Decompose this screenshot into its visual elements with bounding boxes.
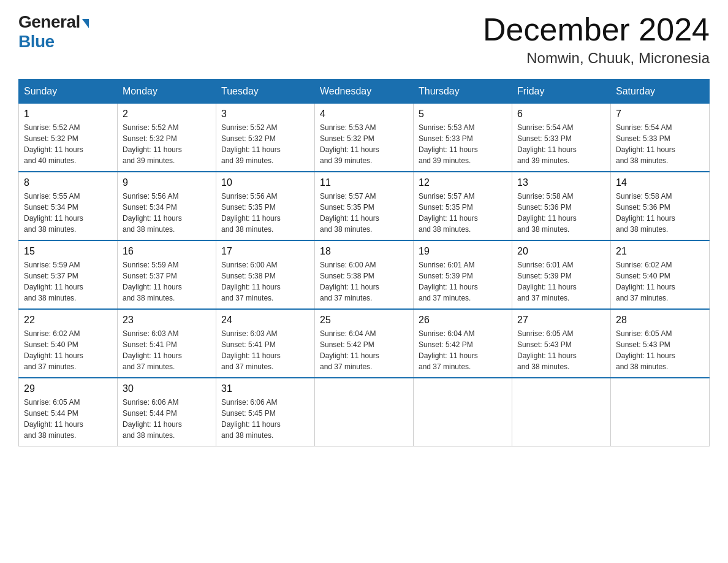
day-number: 10	[221, 177, 309, 188]
day-number: 27	[517, 315, 605, 326]
calendar-cell: 31 Sunrise: 6:06 AM Sunset: 5:45 PM Dayl…	[216, 378, 315, 446]
day-number: 22	[24, 315, 112, 326]
calendar-week-row: 1 Sunrise: 5:52 AM Sunset: 5:32 PM Dayli…	[19, 104, 710, 172]
calendar-cell: 8 Sunrise: 5:55 AM Sunset: 5:34 PM Dayli…	[19, 172, 118, 240]
calendar-cell: 6 Sunrise: 5:54 AM Sunset: 5:33 PM Dayli…	[512, 104, 611, 172]
day-info: Sunrise: 6:04 AM Sunset: 5:42 PM Dayligh…	[419, 328, 507, 372]
calendar-cell: 18 Sunrise: 6:00 AM Sunset: 5:38 PM Dayl…	[315, 240, 414, 309]
day-number: 4	[320, 109, 408, 120]
day-number: 21	[616, 246, 704, 257]
day-info: Sunrise: 6:06 AM Sunset: 5:44 PM Dayligh…	[123, 397, 211, 441]
calendar-cell: 14 Sunrise: 5:58 AM Sunset: 5:36 PM Dayl…	[611, 172, 710, 240]
calendar-cell: 24 Sunrise: 6:03 AM Sunset: 5:41 PM Dayl…	[216, 309, 315, 378]
calendar-cell: 28 Sunrise: 6:05 AM Sunset: 5:43 PM Dayl…	[611, 309, 710, 378]
column-header-wednesday: Wednesday	[315, 80, 414, 104]
logo-blue-text: Blue	[18, 32, 55, 51]
calendar-cell: 23 Sunrise: 6:03 AM Sunset: 5:41 PM Dayl…	[118, 309, 216, 378]
day-number: 11	[320, 177, 408, 188]
column-header-monday: Monday	[118, 80, 216, 104]
day-number: 28	[616, 315, 704, 326]
calendar-cell: 4 Sunrise: 5:53 AM Sunset: 5:32 PM Dayli…	[315, 104, 414, 172]
calendar-cell: 26 Sunrise: 6:04 AM Sunset: 5:42 PM Dayl…	[414, 309, 512, 378]
day-info: Sunrise: 5:56 AM Sunset: 5:34 PM Dayligh…	[123, 191, 211, 235]
calendar-cell: 3 Sunrise: 5:52 AM Sunset: 5:32 PM Dayli…	[216, 104, 315, 172]
day-number: 7	[616, 109, 704, 120]
calendar-cell: 12 Sunrise: 5:57 AM Sunset: 5:35 PM Dayl…	[414, 172, 512, 240]
page-header: General Blue December 2024 Nomwin, Chuuk…	[18, 12, 710, 67]
calendar-cell: 16 Sunrise: 5:59 AM Sunset: 5:37 PM Dayl…	[118, 240, 216, 309]
calendar-cell: 22 Sunrise: 6:02 AM Sunset: 5:40 PM Dayl…	[19, 309, 118, 378]
day-number: 18	[320, 246, 408, 257]
month-year-title: December 2024	[483, 12, 710, 47]
day-info: Sunrise: 5:58 AM Sunset: 5:36 PM Dayligh…	[616, 191, 704, 235]
day-number: 12	[419, 177, 507, 188]
calendar-cell	[512, 378, 611, 446]
calendar-cell: 19 Sunrise: 6:01 AM Sunset: 5:39 PM Dayl…	[414, 240, 512, 309]
day-info: Sunrise: 6:05 AM Sunset: 5:43 PM Dayligh…	[517, 328, 605, 372]
logo-arrow-icon	[82, 19, 89, 28]
day-info: Sunrise: 5:54 AM Sunset: 5:33 PM Dayligh…	[517, 122, 605, 166]
calendar-cell: 20 Sunrise: 6:01 AM Sunset: 5:39 PM Dayl…	[512, 240, 611, 309]
day-number: 31	[221, 383, 309, 394]
calendar-cell: 7 Sunrise: 5:54 AM Sunset: 5:33 PM Dayli…	[611, 104, 710, 172]
column-header-friday: Friday	[512, 80, 611, 104]
calendar-cell: 15 Sunrise: 5:59 AM Sunset: 5:37 PM Dayl…	[19, 240, 118, 309]
day-info: Sunrise: 5:59 AM Sunset: 5:37 PM Dayligh…	[123, 259, 211, 304]
day-info: Sunrise: 5:52 AM Sunset: 5:32 PM Dayligh…	[221, 122, 309, 166]
day-info: Sunrise: 5:54 AM Sunset: 5:33 PM Dayligh…	[616, 122, 704, 166]
calendar-cell: 9 Sunrise: 5:56 AM Sunset: 5:34 PM Dayli…	[118, 172, 216, 240]
day-number: 9	[123, 177, 211, 188]
day-info: Sunrise: 6:05 AM Sunset: 5:43 PM Dayligh…	[616, 328, 704, 372]
calendar-cell: 11 Sunrise: 5:57 AM Sunset: 5:35 PM Dayl…	[315, 172, 414, 240]
day-info: Sunrise: 6:05 AM Sunset: 5:44 PM Dayligh…	[24, 397, 112, 441]
day-info: Sunrise: 6:03 AM Sunset: 5:41 PM Dayligh…	[123, 328, 211, 372]
logo: General Blue	[18, 12, 89, 52]
calendar-cell: 1 Sunrise: 5:52 AM Sunset: 5:32 PM Dayli…	[19, 104, 118, 172]
day-info: Sunrise: 6:02 AM Sunset: 5:40 PM Dayligh…	[616, 259, 704, 304]
calendar-cell: 10 Sunrise: 5:56 AM Sunset: 5:35 PM Dayl…	[216, 172, 315, 240]
calendar-cell	[315, 378, 414, 446]
day-info: Sunrise: 5:53 AM Sunset: 5:33 PM Dayligh…	[419, 122, 507, 166]
day-info: Sunrise: 6:04 AM Sunset: 5:42 PM Dayligh…	[320, 328, 408, 372]
day-number: 24	[221, 315, 309, 326]
day-number: 13	[517, 177, 605, 188]
calendar-cell: 21 Sunrise: 6:02 AM Sunset: 5:40 PM Dayl…	[611, 240, 710, 309]
day-number: 23	[123, 315, 211, 326]
day-number: 2	[123, 109, 211, 120]
day-info: Sunrise: 6:00 AM Sunset: 5:38 PM Dayligh…	[221, 259, 309, 304]
day-number: 17	[221, 246, 309, 257]
column-header-tuesday: Tuesday	[216, 80, 315, 104]
day-info: Sunrise: 5:57 AM Sunset: 5:35 PM Dayligh…	[320, 191, 408, 235]
day-info: Sunrise: 6:03 AM Sunset: 5:41 PM Dayligh…	[221, 328, 309, 372]
calendar-cell: 27 Sunrise: 6:05 AM Sunset: 5:43 PM Dayl…	[512, 309, 611, 378]
title-section: December 2024 Nomwin, Chuuk, Micronesia	[483, 12, 710, 67]
calendar-cell	[611, 378, 710, 446]
day-number: 6	[517, 109, 605, 120]
day-number: 25	[320, 315, 408, 326]
calendar-cell: 17 Sunrise: 6:00 AM Sunset: 5:38 PM Dayl…	[216, 240, 315, 309]
day-info: Sunrise: 6:01 AM Sunset: 5:39 PM Dayligh…	[517, 259, 605, 304]
day-info: Sunrise: 5:56 AM Sunset: 5:35 PM Dayligh…	[221, 191, 309, 235]
day-info: Sunrise: 5:58 AM Sunset: 5:36 PM Dayligh…	[517, 191, 605, 235]
day-number: 19	[419, 246, 507, 257]
day-info: Sunrise: 5:57 AM Sunset: 5:35 PM Dayligh…	[419, 191, 507, 235]
day-info: Sunrise: 6:02 AM Sunset: 5:40 PM Dayligh…	[24, 328, 112, 372]
day-number: 30	[123, 383, 211, 394]
calendar-cell: 5 Sunrise: 5:53 AM Sunset: 5:33 PM Dayli…	[414, 104, 512, 172]
calendar-cell: 30 Sunrise: 6:06 AM Sunset: 5:44 PM Dayl…	[118, 378, 216, 446]
calendar-cell	[414, 378, 512, 446]
calendar-cell: 2 Sunrise: 5:52 AM Sunset: 5:32 PM Dayli…	[118, 104, 216, 172]
day-number: 26	[419, 315, 507, 326]
calendar-table: SundayMondayTuesdayWednesdayThursdayFrid…	[18, 79, 710, 446]
calendar-header-row: SundayMondayTuesdayWednesdayThursdayFrid…	[19, 80, 710, 104]
calendar-cell: 25 Sunrise: 6:04 AM Sunset: 5:42 PM Dayl…	[315, 309, 414, 378]
day-number: 5	[419, 109, 507, 120]
day-info: Sunrise: 5:52 AM Sunset: 5:32 PM Dayligh…	[123, 122, 211, 166]
column-header-thursday: Thursday	[414, 80, 512, 104]
calendar-week-row: 8 Sunrise: 5:55 AM Sunset: 5:34 PM Dayli…	[19, 172, 710, 240]
day-number: 8	[24, 177, 112, 188]
column-header-sunday: Sunday	[19, 80, 118, 104]
day-info: Sunrise: 5:52 AM Sunset: 5:32 PM Dayligh…	[24, 122, 112, 166]
day-number: 15	[24, 246, 112, 257]
calendar-cell: 13 Sunrise: 5:58 AM Sunset: 5:36 PM Dayl…	[512, 172, 611, 240]
